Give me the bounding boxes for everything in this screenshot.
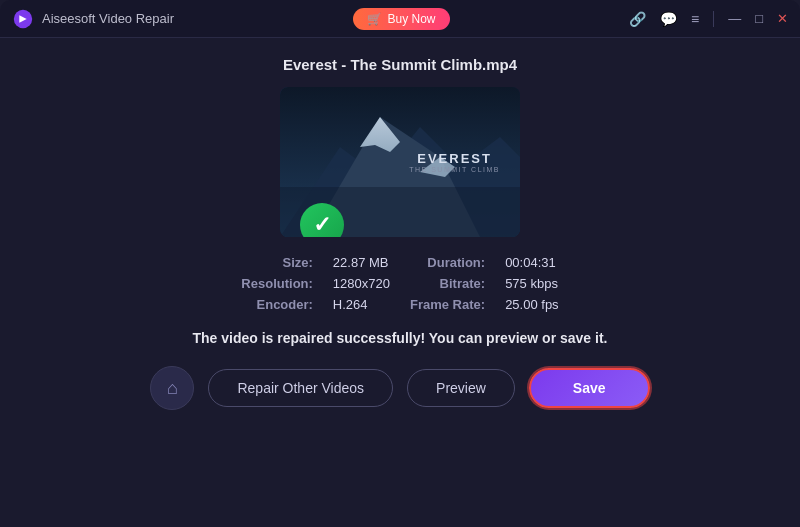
title-bar-left: Aiseesoft Video Repair (12, 8, 174, 30)
title-bar-center: 🛒 Buy Now (353, 8, 449, 30)
title-bar-controls: 🔗 💬 ≡ — □ ✕ (629, 11, 788, 27)
video-thumbnail: EVEREST THE SUMMIT CLIMB ✓ (280, 87, 520, 237)
encoder-value: H.264 (333, 297, 390, 312)
everest-overlay: EVEREST THE SUMMIT CLIMB (409, 151, 500, 173)
everest-title: EVEREST (409, 151, 500, 166)
repair-other-videos-button[interactable]: Repair Other Videos (208, 369, 393, 407)
preview-button[interactable]: Preview (407, 369, 515, 407)
app-title: Aiseesoft Video Repair (42, 11, 174, 26)
size-label: Size: (241, 255, 313, 270)
size-value: 22.87 MB (333, 255, 390, 270)
minimize-button[interactable]: — (728, 11, 741, 26)
framerate-value: 25.00 fps (505, 297, 559, 312)
framerate-label: Frame Rate: (410, 297, 485, 312)
menu-icon[interactable]: ≡ (691, 11, 699, 27)
title-bar: Aiseesoft Video Repair 🛒 Buy Now 🔗 💬 ≡ —… (0, 0, 800, 38)
close-button[interactable]: ✕ (777, 11, 788, 26)
video-info-grid: Size: 22.87 MB Duration: 00:04:31 Resolu… (241, 255, 558, 312)
home-button[interactable]: ⌂ (150, 366, 194, 410)
main-content: Everest - The Summit Climb.mp4 (0, 38, 800, 527)
save-button[interactable]: Save (529, 368, 650, 408)
resolution-label: Resolution: (241, 276, 313, 291)
everest-subtitle: THE SUMMIT CLIMB (409, 166, 500, 173)
buy-now-button[interactable]: 🛒 Buy Now (353, 8, 449, 30)
encoder-label: Encoder: (241, 297, 313, 312)
buy-now-label: Buy Now (387, 12, 435, 26)
video-filename: Everest - The Summit Climb.mp4 (283, 56, 517, 73)
link-icon[interactable]: 🔗 (629, 11, 646, 27)
resolution-value: 1280x720 (333, 276, 390, 291)
bitrate-value: 575 kbps (505, 276, 559, 291)
duration-value: 00:04:31 (505, 255, 559, 270)
duration-label: Duration: (410, 255, 485, 270)
app-logo-icon (12, 8, 34, 30)
bottom-buttons: ⌂ Repair Other Videos Preview Save (150, 366, 649, 410)
title-divider (713, 11, 714, 27)
maximize-button[interactable]: □ (755, 11, 763, 26)
chat-icon[interactable]: 💬 (660, 11, 677, 27)
success-message: The video is repaired successfully! You … (193, 330, 608, 346)
cart-icon: 🛒 (367, 12, 382, 26)
bitrate-label: Bitrate: (410, 276, 485, 291)
